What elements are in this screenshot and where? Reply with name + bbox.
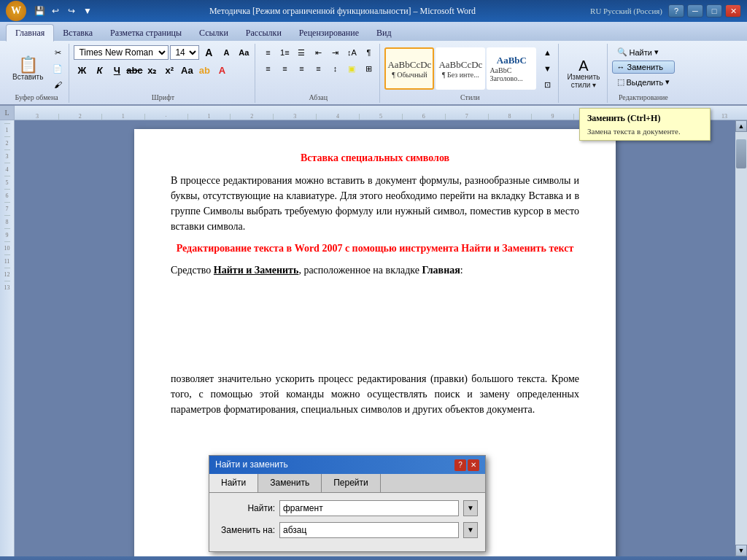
view-draft-button[interactable]: ≡ xyxy=(613,557,629,560)
tab-view[interactable]: Вид xyxy=(368,25,400,41)
cut-button[interactable]: ✂ xyxy=(50,45,66,60)
scroll-down-button[interactable]: ▼ xyxy=(735,545,747,556)
underline-button[interactable]: Ч xyxy=(109,63,125,77)
increase-indent-button[interactable]: ⇥ xyxy=(327,45,343,60)
change-styles-button[interactable]: A Изменитьстили ▾ xyxy=(563,56,603,91)
style-no-spacing[interactable]: AaBbCcDc ¶ Без инте... xyxy=(436,47,485,90)
view-print-button[interactable]: 📄 xyxy=(531,557,547,560)
dialog-title-text: Найти и заменить xyxy=(215,459,288,471)
page[interactable]: Вставка специальных символов В процессе … xyxy=(134,129,616,556)
change-styles-content: A Изменитьстили ▾ xyxy=(563,45,603,101)
sort-button[interactable]: ↕A xyxy=(344,45,360,60)
dialog-help-button[interactable]: ? xyxy=(454,459,466,471)
maximize-button[interactable]: □ xyxy=(706,4,722,18)
find-input[interactable] xyxy=(279,500,459,516)
tab-insert[interactable]: Вставка xyxy=(54,25,101,41)
minimize-button[interactable]: ─ xyxy=(687,4,703,18)
lr-9: 9 xyxy=(4,228,10,241)
strikethrough-button[interactable]: abc xyxy=(126,63,142,77)
replace-dropdown[interactable]: ▼ xyxy=(463,522,478,538)
tab-review[interactable]: Рецензирование xyxy=(290,25,368,41)
document-scroll[interactable]: Вставка специальных символов В процессе … xyxy=(15,120,735,556)
quick-access-toolbar: 💾 ↩ ↪ ▼ xyxy=(32,4,95,18)
dialog-tab-find[interactable]: Найти xyxy=(209,474,258,492)
tab-mailings[interactable]: Рассылки xyxy=(237,25,290,41)
font-size-select[interactable]: 14 xyxy=(170,45,199,60)
subscript-button[interactable]: x₂ xyxy=(144,63,160,77)
align-right-button[interactable]: ≡ xyxy=(293,61,309,76)
ruler-mark-8: 4 xyxy=(316,114,359,120)
zoom-out-button[interactable]: − xyxy=(657,557,673,560)
status-bar: Страница: 26 из 31 Число слов: 5 976 📖 Р… xyxy=(0,556,747,560)
style-h1-preview: AaBbC xyxy=(497,55,527,66)
line-spacing-button[interactable]: ↕ xyxy=(327,61,343,76)
show-hide-button[interactable]: ¶ xyxy=(360,45,376,60)
dialog-title-bar[interactable]: Найти и заменить ? ✕ xyxy=(209,456,485,474)
decrease-indent-button[interactable]: ⇤ xyxy=(310,45,326,60)
numbering-button[interactable]: 1≡ xyxy=(276,45,293,60)
styles-scroll-down[interactable]: ▼ xyxy=(539,61,555,76)
replace-input[interactable] xyxy=(279,522,459,538)
save-button[interactable]: 💾 xyxy=(32,4,47,18)
replace-row: Заменить на: ▼ xyxy=(217,522,478,538)
tab-page-layout[interactable]: Разметка страницы xyxy=(101,25,190,41)
view-outline-button[interactable]: ☰ xyxy=(592,557,608,560)
superscript-button[interactable]: x² xyxy=(161,63,177,77)
copy-button[interactable]: 📄 xyxy=(50,61,66,76)
ruler-mark-5: 1 xyxy=(187,114,231,120)
lr-10: 10 xyxy=(4,241,10,254)
bullets-button[interactable]: ≡ xyxy=(260,45,276,60)
scrollbar-track[interactable] xyxy=(735,132,747,545)
font-face-select[interactable]: Times New Roman xyxy=(74,45,169,60)
view-reading-button[interactable]: 📖 xyxy=(551,557,568,560)
undo-button[interactable]: ↩ xyxy=(48,4,63,18)
align-center-button[interactable]: ≡ xyxy=(276,61,293,76)
zoom-in-button[interactable]: + xyxy=(725,557,741,560)
styles-more[interactable]: ⊡ xyxy=(539,77,555,92)
right-scrollbar[interactable]: ▲ ▼ xyxy=(735,120,747,556)
help-button[interactable]: ? xyxy=(668,4,684,18)
italic-button[interactable]: К xyxy=(91,63,107,77)
replace-button[interactable]: ↔ Заменить xyxy=(612,61,676,74)
case-button[interactable]: Aa xyxy=(179,63,195,77)
dialog-tab-goto[interactable]: Перейти xyxy=(322,474,381,492)
borders-button[interactable]: ⊞ xyxy=(360,61,376,76)
office-button[interactable]: W xyxy=(6,1,26,21)
dialog-close-button[interactable]: ✕ xyxy=(468,459,479,471)
justify-button[interactable]: ≡ xyxy=(310,61,326,76)
ruler-mark-6: 2 xyxy=(230,114,273,120)
redo-button[interactable]: ↪ xyxy=(64,4,79,18)
styles-scroll-up[interactable]: ▲ xyxy=(539,45,555,60)
multilevel-button[interactable]: ☰ xyxy=(293,45,309,60)
bold-button[interactable]: Ж xyxy=(74,63,90,77)
view-web-button[interactable]: 🌐 xyxy=(572,557,588,560)
grow-font-button[interactable]: A xyxy=(201,45,217,60)
shading-button[interactable]: ▣ xyxy=(344,61,360,76)
scroll-up-button[interactable]: ▲ xyxy=(735,120,747,132)
ruler-mark-1: 3 xyxy=(16,114,58,120)
style-normal[interactable]: AaBbCcDc ¶ Обычный xyxy=(384,47,434,90)
paragraph-1: В процессе редактирования можно вставить… xyxy=(171,173,579,234)
find-button[interactable]: 🔍 Найти ▾ xyxy=(612,45,676,59)
ruler-corner[interactable]: L xyxy=(0,106,15,120)
format-painter-button[interactable]: 🖌 xyxy=(50,77,66,92)
shrink-font-button[interactable]: A xyxy=(218,45,234,60)
align-left-button[interactable]: ≡ xyxy=(260,61,276,76)
find-replace-dialog[interactable]: Найти и заменить ? ✕ Найти Заменить Пере… xyxy=(209,455,486,552)
select-button[interactable]: ⬚ Выделить ▾ xyxy=(612,75,676,89)
find-dropdown[interactable]: ▼ xyxy=(463,500,478,516)
title-bar-left: W 💾 ↩ ↪ ▼ xyxy=(6,1,95,21)
style-heading1[interactable]: AaBbC AaBbC Заголово... xyxy=(487,47,536,90)
tab-home[interactable]: Главная xyxy=(6,24,54,42)
clear-format-button[interactable]: Aa xyxy=(236,45,252,60)
paste-button[interactable]: 📋 Вставить xyxy=(7,53,48,85)
dialog-tab-replace[interactable]: Заменить xyxy=(258,474,322,492)
customize-button[interactable]: ▼ xyxy=(80,4,95,18)
close-button[interactable]: ✕ xyxy=(725,4,741,18)
replace-icon: ↔ xyxy=(617,63,625,71)
highlight-button[interactable]: ab xyxy=(196,63,212,77)
font-color-button[interactable]: A xyxy=(214,63,230,77)
lr-3: 3 xyxy=(4,149,10,163)
scrollbar-thumb[interactable] xyxy=(736,139,746,168)
tab-references[interactable]: Ссылки xyxy=(190,25,237,41)
